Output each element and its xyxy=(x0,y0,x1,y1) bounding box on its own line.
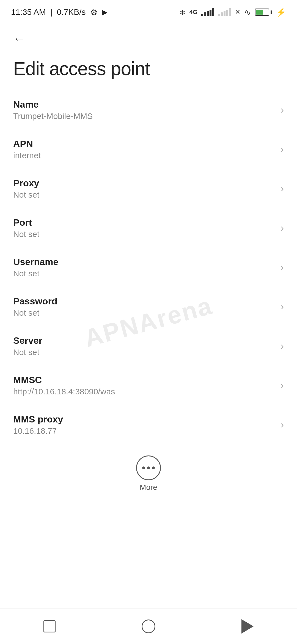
settings-item-content-7: MMSC http://10.16.18.4:38090/was xyxy=(13,375,275,396)
more-button[interactable] xyxy=(136,455,161,480)
settings-item-mms-proxy[interactable]: MMS proxy 10.16.18.77 › xyxy=(0,405,297,444)
status-left: 11:35 AM | 0.7KB/s ⚙ ▶ xyxy=(11,7,108,17)
settings-item-content-0: Name Trumpet-Mobile-MMS xyxy=(13,99,275,121)
back-icon xyxy=(241,619,254,634)
dot-1 xyxy=(142,466,145,469)
settings-label-7: MMSC xyxy=(13,375,275,385)
more-button-area: More xyxy=(0,444,297,500)
network-4g-icon: 4G xyxy=(189,9,197,16)
top-navigation: ← xyxy=(0,22,297,52)
status-right: ∗ 4G ✕ ∿ ⚡ xyxy=(179,7,286,17)
video-icon: ▶ xyxy=(102,8,108,17)
settings-item-proxy[interactable]: Proxy Not set › xyxy=(0,169,297,208)
settings-label-6: Server xyxy=(13,335,275,346)
settings-label-8: MMS proxy xyxy=(13,414,275,425)
chevron-right-icon-7: › xyxy=(280,380,284,391)
nav-home-button[interactable] xyxy=(138,615,160,637)
settings-value-4: Not set xyxy=(13,269,275,278)
nav-back-button[interactable] xyxy=(237,615,258,637)
settings-item-content-6: Server Not set xyxy=(13,335,275,357)
settings-item-content-2: Proxy Not set xyxy=(13,178,275,200)
wifi-icon: ∿ xyxy=(244,7,251,17)
settings-value-6: Not set xyxy=(13,348,275,357)
signal-bars-2 xyxy=(218,8,231,16)
settings-value-8: 10.16.18.77 xyxy=(13,426,275,436)
settings-item-apn[interactable]: APN internet › xyxy=(0,130,297,169)
settings-label-2: Proxy xyxy=(13,178,275,189)
battery-tip xyxy=(271,10,272,14)
settings-item-content-3: Port Not set xyxy=(13,217,275,239)
bluetooth-icon: ∗ xyxy=(179,8,186,17)
chevron-right-icon-2: › xyxy=(280,183,284,195)
back-arrow-icon: ← xyxy=(13,32,25,45)
signal-x-icon: ✕ xyxy=(235,8,240,16)
home-icon xyxy=(142,620,155,633)
settings-value-5: Not set xyxy=(13,308,275,318)
dot-2 xyxy=(147,466,150,469)
settings-item-content-8: MMS proxy 10.16.18.77 xyxy=(13,414,275,436)
chevron-right-icon-8: › xyxy=(280,419,284,431)
page-title: Edit access point xyxy=(0,52,297,90)
battery-fill xyxy=(256,10,263,15)
nav-recents-button[interactable] xyxy=(38,615,61,637)
speed-display: 0.7KB/s xyxy=(57,7,86,17)
status-bar: 11:35 AM | 0.7KB/s ⚙ ▶ ∗ 4G ✕ ∿ xyxy=(0,0,297,22)
settings-value-1: internet xyxy=(13,151,275,160)
settings-icon: ⚙ xyxy=(90,7,98,17)
battery-indicator xyxy=(255,9,272,16)
settings-item-username[interactable]: Username Not set › xyxy=(0,248,297,287)
more-dots-icon xyxy=(142,466,155,469)
recents-icon xyxy=(43,620,56,632)
separator: | xyxy=(50,7,53,17)
more-label: More xyxy=(140,483,157,492)
settings-label-3: Port xyxy=(13,217,275,228)
chevron-right-icon-0: › xyxy=(280,104,284,116)
chevron-right-icon-1: › xyxy=(280,144,284,155)
signal-bars-1 xyxy=(201,8,214,16)
settings-item-name[interactable]: Name Trumpet-Mobile-MMS › xyxy=(0,90,297,130)
settings-value-3: Not set xyxy=(13,230,275,239)
settings-value-2: Not set xyxy=(13,190,275,200)
bottom-navigation xyxy=(0,608,297,644)
settings-label-5: Password xyxy=(13,296,275,307)
chevron-right-icon-6: › xyxy=(280,340,284,352)
settings-label-4: Username xyxy=(13,256,275,267)
chevron-right-icon-5: › xyxy=(280,301,284,313)
settings-list: Name Trumpet-Mobile-MMS › APN internet ›… xyxy=(0,90,297,444)
settings-value-0: Trumpet-Mobile-MMS xyxy=(13,111,275,121)
time-display: 11:35 AM xyxy=(11,7,46,17)
settings-item-port[interactable]: Port Not set › xyxy=(0,208,297,248)
settings-item-content-5: Password Not set xyxy=(13,296,275,318)
battery-box xyxy=(255,9,269,16)
settings-label-0: Name xyxy=(13,99,275,110)
settings-item-mmsc[interactable]: MMSC http://10.16.18.4:38090/was › xyxy=(0,366,297,405)
settings-value-7: http://10.16.18.4:38090/was xyxy=(13,387,275,396)
settings-item-content-1: APN internet xyxy=(13,138,275,160)
settings-item-password[interactable]: Password Not set › xyxy=(0,287,297,326)
settings-item-content-4: Username Not set xyxy=(13,256,275,278)
settings-label-1: APN xyxy=(13,138,275,149)
back-button[interactable]: ← xyxy=(11,30,28,47)
chevron-right-icon-3: › xyxy=(280,222,284,234)
dot-3 xyxy=(152,466,155,469)
charging-icon: ⚡ xyxy=(276,7,286,17)
chevron-right-icon-4: › xyxy=(280,262,284,273)
settings-item-server[interactable]: Server Not set › xyxy=(0,326,297,366)
